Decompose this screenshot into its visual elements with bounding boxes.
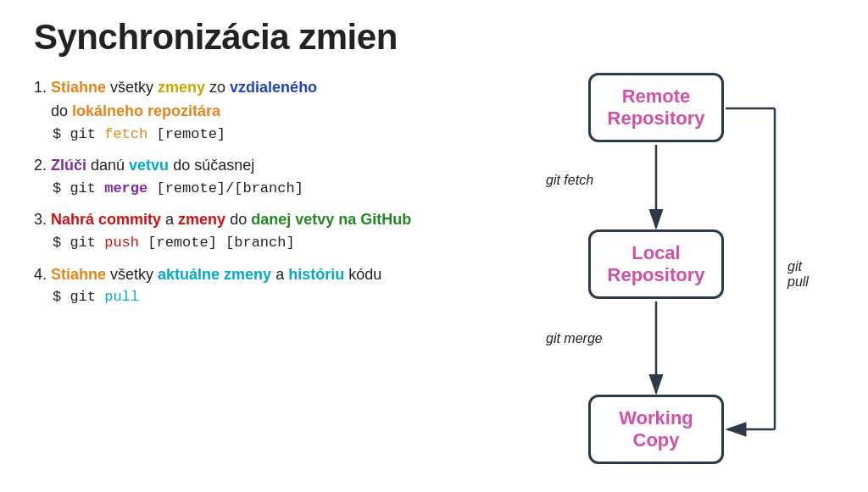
diagram-area: RemoteRepository LocalRepository Working… xyxy=(529,73,834,492)
list-item-4: 4. Stiahne všetky aktuálne zmeny a histó… xyxy=(34,263,529,309)
list-item-3: 3. Nahrá commity a zmeny do danej vetvy … xyxy=(34,208,529,254)
list-item-1: 1. Stiahne všetky zmeny zo vzdialeného d… xyxy=(34,76,529,146)
pull-label: git pull xyxy=(787,259,817,290)
local-repository-box: LocalRepository xyxy=(588,229,724,299)
working-copy-box: WorkingCopy xyxy=(588,395,724,464)
git-flow-diagram: RemoteRepository LocalRepository Working… xyxy=(546,73,817,492)
page-title: Synchronizácia zmien xyxy=(34,17,834,58)
remote-repository-box: RemoteRepository xyxy=(588,73,724,142)
content-area: 1. Stiahne všetky zmeny zo vzdialeného d… xyxy=(34,73,834,492)
left-column: 1. Stiahne všetky zmeny zo vzdialeného d… xyxy=(34,73,529,309)
merge-label: git merge xyxy=(546,331,603,346)
list-item-2: 2. Zlúči danú vetvu do súčasnej $ git me… xyxy=(34,154,529,200)
fetch-label: git fetch xyxy=(546,173,593,188)
